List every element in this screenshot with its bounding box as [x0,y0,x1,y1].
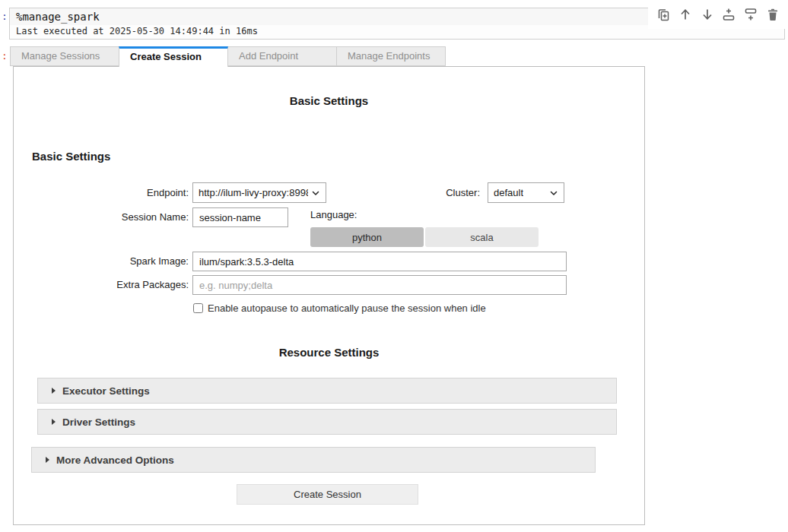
driver-settings-label: Driver Settings [62,416,135,428]
basic-settings-title: Basic Settings [14,94,644,107]
endpoint-label: Endpoint: [14,182,189,203]
cluster-label: Cluster: [305,182,480,203]
basic-settings-heading: Basic Settings [32,150,110,163]
move-cell-up-icon[interactable] [678,7,693,22]
tab-manage-sessions[interactable]: Manage Sessions [10,46,119,66]
executor-settings-accordion[interactable]: Executor Settings [37,378,617,404]
tab-create-session[interactable]: Create Session [119,46,228,67]
input-prompt: : [2,11,8,22]
cell-toolbar [648,0,788,29]
output-prompt: : [2,50,8,62]
expand-arrow-icon [52,419,56,425]
expand-arrow-icon [52,388,56,394]
extra-packages-input[interactable] [192,275,567,295]
executor-settings-label: Executor Settings [62,385,150,397]
insert-cell-below-icon[interactable] [743,7,758,22]
tab-add-endpoint[interactable]: Add Endpoint [227,46,337,66]
move-cell-down-icon[interactable] [700,7,715,22]
resource-settings-title: Resource Settings [14,346,644,359]
language-label: Language: [310,209,357,220]
spark-image-input[interactable] [192,252,567,271]
language-python-button[interactable]: python [310,227,424,247]
cluster-select-value: default [494,187,523,198]
spark-image-label: Spark Image: [14,252,189,271]
autopause-row: Enable autopause to automatically pause … [193,302,486,314]
expand-arrow-icon [46,457,49,463]
notebook-page: : : %manage_spark Last executed at 2025-… [0,0,788,532]
language-scala-button[interactable]: scala [425,227,539,247]
duplicate-cell-icon[interactable] [656,7,671,22]
tab-manage-endpoints[interactable]: Manage Endpoints [336,46,446,66]
session-name-input[interactable] [192,207,288,227]
endpoint-select-value: http://ilum-livy-proxy:8998 [199,187,308,198]
more-advanced-options-accordion[interactable]: More Advanced Options [31,447,596,473]
delete-cell-icon[interactable] [765,7,780,22]
cluster-select[interactable]: default [488,182,564,203]
autopause-label: Enable autopause to automatically pause … [208,302,486,314]
insert-cell-above-icon[interactable] [721,7,736,22]
driver-settings-accordion[interactable]: Driver Settings [37,409,617,435]
more-advanced-options-label: More Advanced Options [56,454,174,466]
session-name-label: Session Name: [14,207,189,227]
chevron-down-icon [549,188,558,198]
create-session-panel: Basic Settings Basic Settings Endpoint: … [13,66,645,525]
extra-packages-label: Extra Packages: [14,275,189,295]
autopause-checkbox[interactable] [193,303,203,313]
create-session-button[interactable]: Create Session [237,484,418,505]
